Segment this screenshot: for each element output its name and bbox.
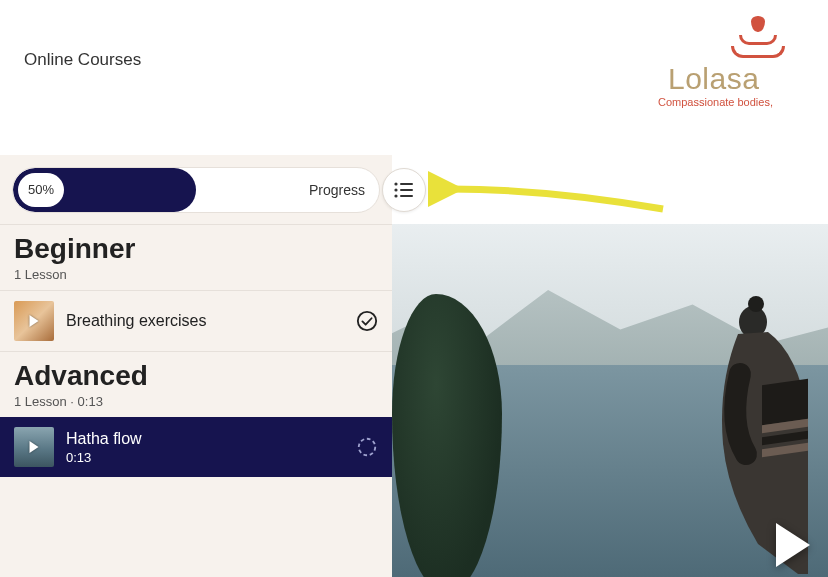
section-title: Advanced — [14, 360, 378, 392]
lesson-item-hatha[interactable]: Hatha flow 0:13 — [0, 417, 392, 477]
lesson-title: Hatha flow — [66, 430, 344, 448]
brand-name: Lolasa — [658, 62, 828, 96]
breadcrumb[interactable]: Online Courses — [24, 50, 141, 70]
section-subtitle: 1 Lesson — [14, 267, 378, 282]
video-player[interactable] — [392, 224, 828, 577]
video-bg-tree — [392, 294, 502, 577]
svg-rect-10 — [762, 379, 808, 425]
play-button[interactable] — [776, 523, 810, 567]
svg-rect-3 — [400, 189, 413, 191]
lesson-item-breathing[interactable]: Breathing exercises — [0, 290, 392, 351]
svg-rect-1 — [400, 183, 413, 185]
progress-bar[interactable]: 50% Progress — [12, 167, 380, 213]
progress-percent-badge: 50% — [18, 173, 64, 207]
play-icon — [30, 315, 39, 327]
svg-point-4 — [394, 194, 397, 197]
svg-point-7 — [359, 439, 376, 456]
list-icon — [394, 182, 414, 198]
svg-point-2 — [394, 188, 397, 191]
lesson-thumbnail — [14, 301, 54, 341]
section-subtitle: 1 Lesson · 0:13 — [14, 394, 378, 409]
progress-label: Progress — [309, 182, 365, 198]
check-circle-icon — [356, 310, 378, 332]
lesson-duration: 0:13 — [66, 450, 344, 465]
course-sidebar: 50% Progress Beginner 1 Lesson Breathing… — [0, 155, 392, 577]
lesson-title: Breathing exercises — [66, 312, 344, 330]
lotus-drop-icon — [688, 16, 828, 58]
brand-tagline: Compassionate bodies, — [658, 96, 828, 108]
svg-point-0 — [394, 182, 397, 185]
brand-logo: Lolasa Compassionate bodies, — [658, 16, 828, 108]
svg-point-9 — [748, 296, 764, 312]
progress-row: 50% Progress — [0, 155, 392, 224]
section-header-beginner: Beginner 1 Lesson — [0, 224, 392, 290]
play-icon — [30, 441, 39, 453]
sidebar-toggle-button[interactable] — [382, 168, 426, 212]
section-header-advanced: Advanced 1 Lesson · 0:13 — [0, 351, 392, 417]
lesson-thumbnail — [14, 427, 54, 467]
header: Online Courses Lolasa Compassionate bodi… — [0, 0, 828, 155]
section-title: Beginner — [14, 233, 378, 265]
in-progress-icon — [356, 436, 378, 458]
svg-rect-5 — [400, 195, 413, 197]
svg-point-6 — [358, 312, 376, 330]
